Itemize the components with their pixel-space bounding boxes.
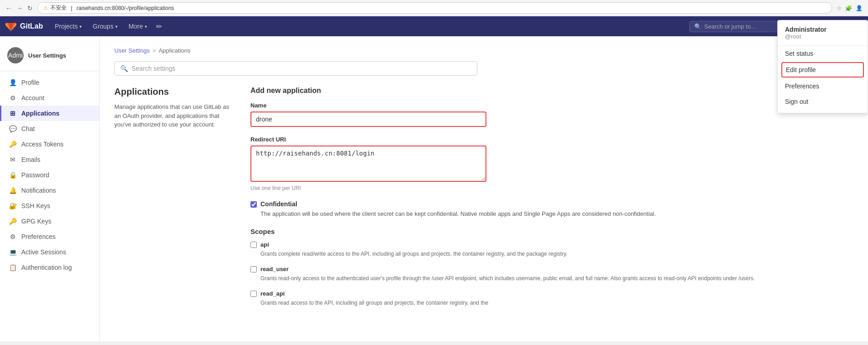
notifications-icon: 🔔 [9,187,17,194]
redirect-uri-label: Redirect URI [250,136,853,143]
confidential-label[interactable]: Confidential [260,200,297,208]
form-title: Add new application [250,87,853,95]
scope-read-api-checkbox[interactable] [250,291,257,297]
access-tokens-icon: 🔑 [9,141,17,148]
sidebar-item-label: Authentication log [21,264,72,271]
sidebar-item-emails[interactable]: ✉ Emails [0,152,99,167]
avatar: Admi [7,47,24,63]
scope-api-label[interactable]: api [260,241,269,248]
page-layout: Admi User Settings 👤 Profile ⚙ Account ⊞… [0,36,868,341]
sidebar-item-access-tokens[interactable]: 🔑 Access Tokens [0,136,99,152]
scope-read-user-label[interactable]: read_user [260,266,289,272]
sidebar-item-label: Password [21,171,49,179]
gitlab-logo-svg [5,21,16,32]
redirect-uri-hint: Use one line per URI [250,185,853,191]
sidebar-item-label: Emails [21,156,40,163]
breadcrumb-parent[interactable]: User Settings [114,47,150,54]
breadcrumb: User Settings > Applications [114,47,853,54]
sign-out-item[interactable]: Sign out [778,94,868,109]
scope-api-desc: Grants complete read/write access to the… [260,250,568,258]
scope-read-api-label[interactable]: read_api [260,290,284,297]
sidebar-item-ssh-keys[interactable]: 🔐 SSH Keys [0,198,99,214]
sidebar-item-label: Profile [21,79,39,86]
profile-icon[interactable]: 👤 [856,5,863,11]
search-icon: 🔍 [120,65,128,72]
name-label: Name [250,102,853,109]
settings-search-bar[interactable]: 🔍 Search settings [114,61,477,76]
user-dropdown: Administrator @root Set status Edit prof… [777,20,868,113]
gitlab-text: GitLab [20,22,43,30]
bookmark-icon[interactable]: ☆ [837,5,842,11]
name-input[interactable] [250,112,486,127]
nav-groups[interactable]: Groups ▾ [88,21,122,32]
sidebar-item-profile[interactable]: 👤 Profile [0,75,99,90]
top-navigation: GitLab Projects ▾ Groups ▾ More ▾ ✏ 🔍 Se… [0,16,868,36]
scope-api-checkbox[interactable] [250,242,257,248]
pencil-icon[interactable]: ✏ [153,20,165,33]
dropdown-user-info: Administrator @root [778,26,868,46]
chevron-down-icon: ▾ [79,24,82,29]
gitlab-logo[interactable]: GitLab [5,21,43,32]
nav-projects[interactable]: Projects ▾ [50,21,87,32]
sidebar-item-chat[interactable]: 💬 Chat [0,121,99,136]
chat-icon: 💬 [9,125,17,132]
sidebar-item-notifications[interactable]: 🔔 Notifications [0,183,99,198]
forward-button[interactable]: → [16,5,23,12]
confidential-row: Confidential The application will be use… [250,200,853,219]
confidential-description: The application will be used where the c… [260,209,656,219]
scopes-title: Scopes [250,228,853,235]
sidebar: Admi User Settings 👤 Profile ⚙ Account ⊞… [0,36,100,341]
back-button[interactable]: ← [5,5,12,12]
search-placeholder: Search or jump to... [704,23,755,30]
sidebar-item-auth-log[interactable]: 📋 Authentication log [0,260,99,275]
global-search[interactable]: 🔍 Search or jump to... [689,21,789,32]
chevron-down-icon: ▾ [115,24,118,29]
sidebar-item-label: SSH Keys [21,202,50,209]
gpg-icon: 🔑 [9,218,17,225]
browser-bar: ← → ↻ ⚠ 不安全 | raisehands.cn:8080/-/profi… [0,0,868,16]
dropdown-handle: @root [785,33,860,40]
sidebar-item-preferences[interactable]: ⚙ Preferences [0,229,99,244]
extension-icon[interactable]: 🧩 [845,5,852,11]
sidebar-item-applications[interactable]: ⊞ Applications [0,106,99,121]
sidebar-item-label: Applications [21,110,59,117]
content-row: Applications Manage applications that ca… [114,87,853,314]
url-bar[interactable]: ⚠ 不安全 | raisehands.cn:8080/-/profile/app… [37,2,832,14]
scope-read-user-desc: Grants read-only access to the authentic… [260,274,755,282]
main-content: User Settings > Applications 🔍 Search se… [100,36,868,341]
dropdown-username: Administrator [785,26,860,33]
password-icon: 🔒 [9,171,17,179]
scope-read-user-row: read_user Grants read-only access to the… [250,265,853,282]
sidebar-user: Admi User Settings [0,44,99,71]
scope-read-user: read_user Grants read-only access to the… [250,265,853,282]
security-label: 不安全 [50,4,67,12]
chevron-down-icon: ▾ [145,24,147,29]
sidebar-item-password[interactable]: 🔒 Password [0,167,99,183]
scope-read-api-row: read_api Grants read access to the API, … [250,290,853,307]
account-icon: ⚙ [9,94,17,102]
confidential-checkbox[interactable] [250,201,257,208]
preferences-item[interactable]: Preferences [778,78,868,94]
section-title: Applications [114,87,232,97]
sidebar-section-heading: User Settings [28,52,66,59]
sidebar-item-gpg-keys[interactable]: 🔑 GPG Keys [0,214,99,229]
sidebar-item-label: Access Tokens [21,141,64,148]
edit-profile-item[interactable]: Edit profile [781,62,864,78]
reload-button[interactable]: ↻ [27,5,33,12]
sidebar-item-label: GPG Keys [21,218,51,225]
scope-read-user-checkbox[interactable] [250,266,257,272]
confidential-group: Confidential The application will be use… [250,200,853,219]
set-status-item[interactable]: Set status [778,46,868,61]
breadcrumb-separator: > [152,47,156,54]
sidebar-item-account[interactable]: ⚙ Account [0,90,99,106]
redirect-uri-group: Redirect URI http://raisehands.cn:8081/l… [250,136,853,191]
redirect-uri-input[interactable]: http://raisehands.cn:8081/login [250,146,486,182]
sessions-icon: 💻 [9,248,17,256]
name-field-group: Name [250,102,853,127]
security-icon: ⚠ [43,5,48,11]
sidebar-item-active-sessions[interactable]: 💻 Active Sessions [0,244,99,260]
sidebar-item-label: Preferences [21,233,55,240]
nav-more[interactable]: More ▾ [124,21,152,32]
scope-api-row: api Grants complete read/write access to… [250,241,853,258]
sidebar-item-label: Notifications [21,187,56,194]
